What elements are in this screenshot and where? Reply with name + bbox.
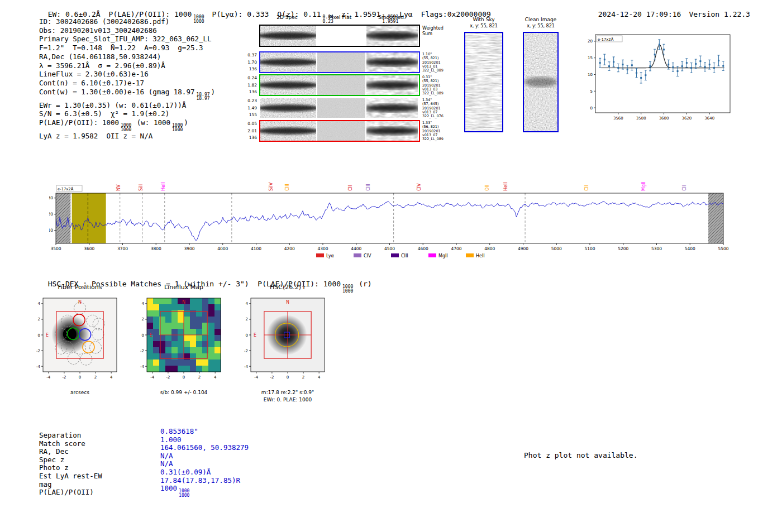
match-value-0: 0.853618" bbox=[160, 428, 249, 436]
svg-text:0: 0 bbox=[590, 106, 593, 111]
info-radec: RA,Dec (164.061188,50.938244) bbox=[39, 52, 215, 61]
match-label-7: P(LAE)/P(OII) bbox=[39, 488, 102, 497]
svg-text:0: 0 bbox=[183, 375, 185, 380]
svg-text:0: 0 bbox=[246, 333, 248, 338]
svg-text:-4: -4 bbox=[46, 375, 51, 380]
svg-text:N: N bbox=[286, 300, 289, 305]
svg-text:10: 10 bbox=[588, 73, 593, 77]
spec2d-img-3-1 bbox=[317, 98, 365, 118]
match-value-1: 1.000 bbox=[160, 436, 249, 444]
info-cont-w-end: ) bbox=[211, 88, 216, 96]
svg-text:4300: 4300 bbox=[317, 246, 328, 251]
svg-text:2: 2 bbox=[302, 375, 304, 380]
svg-text:4: 4 bbox=[142, 301, 145, 306]
svg-text:4100: 4100 bbox=[251, 246, 261, 251]
svg-text:15: 15 bbox=[588, 56, 593, 60]
fiber-positions-plot: NE-4-4-2-2002244 bbox=[25, 293, 121, 389]
svg-text:-2: -2 bbox=[166, 375, 170, 380]
info-zline: LyA z = 1.9582 OII z = N/A bbox=[39, 132, 215, 141]
svg-text:CIII: CIII bbox=[366, 184, 371, 191]
svg-text:4: 4 bbox=[246, 301, 249, 306]
spec2d-img-4-2 bbox=[366, 121, 418, 141]
svg-text:3560: 3560 bbox=[613, 116, 623, 121]
info-lambda: λ = 3596.21Å σ = 2.96(±0.89)Å bbox=[39, 61, 215, 70]
spec2d-row-2 bbox=[259, 74, 420, 96]
svg-text:4600: 4600 bbox=[418, 246, 428, 251]
spec2d-col-title-2: Smoothed bbox=[365, 15, 417, 20]
spec2d-img-1-1 bbox=[317, 52, 365, 72]
svg-text:5500: 5500 bbox=[718, 246, 728, 251]
svg-text:4800: 4800 bbox=[484, 246, 495, 251]
svg-text:HeII: HeII bbox=[161, 182, 166, 191]
spec2d-row-1-annotation: 1.10"(55, 821)20190201v013_01322_LL_089 bbox=[422, 52, 457, 73]
svg-text:CIV: CIV bbox=[364, 253, 371, 258]
match-label-5: Est LyA rest-EW bbox=[39, 472, 102, 481]
info-cont-n: Cont(n) = 6.10(±0.17)e-17 bbox=[39, 79, 215, 88]
svg-text:OII: OII bbox=[485, 185, 490, 191]
svg-text:CIII: CIII bbox=[285, 184, 290, 191]
svg-text:0: 0 bbox=[142, 333, 144, 338]
svg-text:3600: 3600 bbox=[84, 246, 94, 251]
info-cont-w-text: Cont(w) = 1.30(±0.00)e-16 (gmag 18.97 bbox=[39, 88, 194, 96]
svg-text:0: 0 bbox=[38, 333, 40, 338]
clean-image-noise bbox=[524, 33, 557, 131]
spec2d-row-1-left-labels: 0.371.70136 bbox=[241, 52, 257, 73]
svg-text:MgII: MgII bbox=[438, 253, 448, 258]
spec2d-row-0-annotation: WeightedSum bbox=[422, 26, 457, 36]
spec2d-img-1-2 bbox=[366, 52, 418, 72]
fiber-xlabel: arcsecs bbox=[25, 390, 135, 395]
svg-text:E: E bbox=[150, 333, 152, 338]
svg-text:-4: -4 bbox=[244, 365, 249, 369]
spec2d-row-4-left-labels: 0.052.01136 bbox=[241, 121, 257, 142]
svg-text:0: 0 bbox=[79, 375, 81, 380]
spec2d-row-2-left-labels: 0.241.82136 bbox=[241, 75, 257, 96]
with-sky-noise bbox=[465, 33, 502, 131]
svg-text:CII: CII bbox=[348, 185, 353, 191]
hsc-dex-frac: 10001000 bbox=[342, 285, 353, 293]
lineflux-map-plot: NE-4-4-2-2002244 bbox=[129, 293, 225, 389]
svg-text:3700: 3700 bbox=[117, 246, 128, 251]
info-plae-mid: (w: 1000 bbox=[132, 118, 170, 127]
info-primary: Primary Spec_Slot_IFU_AMP: 322_063_062_L… bbox=[39, 35, 215, 44]
svg-text:4500: 4500 bbox=[384, 246, 395, 251]
svg-text:20: 20 bbox=[49, 212, 53, 217]
svg-text:SiIV: SiIV bbox=[269, 182, 274, 191]
version-label: Version 1.22.3 bbox=[689, 10, 750, 18]
spec2d-img-0-1 bbox=[317, 26, 365, 46]
spec2d-row-0 bbox=[259, 25, 420, 47]
info-gmag-frac: 18.9718.97 bbox=[196, 93, 209, 101]
svg-text:3640: 3640 bbox=[704, 116, 714, 121]
lineflux-caption: s/b: 0.99 +/- 0.104 bbox=[129, 390, 239, 395]
match-value-7: 100010001000 bbox=[160, 485, 249, 497]
svg-text:4700: 4700 bbox=[451, 246, 461, 251]
svg-text:CIII: CIII bbox=[401, 253, 408, 258]
svg-text:-4: -4 bbox=[254, 375, 259, 380]
spec2d-img-0-0 bbox=[260, 26, 316, 46]
info-lineflux: LineFlux = 2.30(±0.63)e-16 bbox=[39, 70, 215, 79]
match-value-6: 17.84(17.83,17.85)R bbox=[160, 477, 249, 485]
spec2d-img-4-1 bbox=[317, 121, 365, 141]
spec2d-img-3-0 bbox=[260, 98, 316, 118]
info-sn: S/N = 6.3(±0.5) χ² = 1.9(±0.2) bbox=[39, 109, 215, 118]
svg-text:20: 20 bbox=[588, 39, 593, 44]
match-label-0: Separation bbox=[39, 432, 102, 440]
svg-text:2: 2 bbox=[246, 317, 248, 322]
hsc-cutout-title: HSC(26.2) r bbox=[233, 284, 342, 291]
svg-text:4: 4 bbox=[38, 301, 41, 306]
info-plae: P(LAE)/P(OII): 100010001000 (w: 10001000… bbox=[39, 118, 215, 132]
svg-text:3900: 3900 bbox=[184, 246, 194, 251]
svg-text:5200: 5200 bbox=[618, 246, 628, 251]
info-plae-frac2: 10001000 bbox=[172, 123, 183, 132]
spec2d-img-1-0 bbox=[260, 52, 316, 72]
info-plae-lo1: 1000 bbox=[121, 128, 131, 132]
svg-text:4: 4 bbox=[110, 375, 113, 380]
match-label-3: Spec z bbox=[39, 456, 102, 464]
spec2d-img-2-2 bbox=[366, 75, 418, 95]
info-block: ID: 3002402686 (3002402686.pdf) Obs: 201… bbox=[39, 17, 215, 141]
hsc-dex-band: (r) bbox=[354, 280, 371, 288]
svg-text:N: N bbox=[78, 300, 82, 305]
match-table-labels: Separation Match score RA, Dec Spec z Ph… bbox=[39, 432, 102, 497]
svg-text:e-17x2Å: e-17x2Å bbox=[598, 37, 614, 42]
spec2d-img-4-0 bbox=[260, 121, 316, 141]
spec2d-row-3 bbox=[259, 97, 420, 119]
